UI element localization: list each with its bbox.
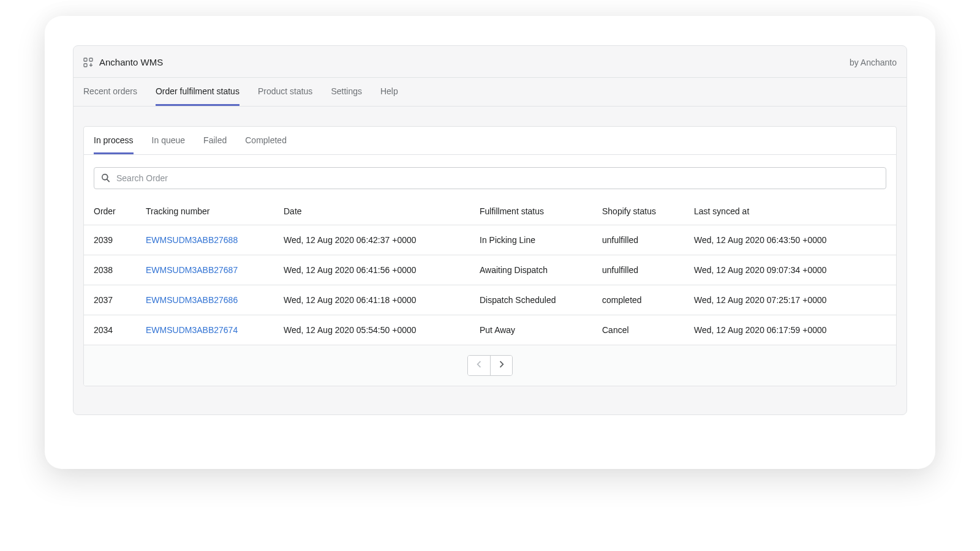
sub-tab-in-process[interactable]: In process [94,127,134,154]
cell-fulfillment: Dispatch Scheduled [480,295,602,305]
cell-synced: Wed, 12 Aug 2020 06:43:50 +0000 [694,235,886,245]
cell-tracking-link[interactable]: EWMSUDM3ABB27687 [146,265,284,275]
sub-tab-in-queue[interactable]: In queue [152,127,186,154]
app-title: Anchanto WMS [99,57,163,67]
prev-page-button[interactable] [468,356,490,375]
cell-fulfillment: Put Away [480,325,602,335]
search-icon [100,173,111,184]
app-frame: Anchanto WMS by Anchanto Recent orders O… [45,16,935,469]
sub-tab-failed[interactable]: Failed [203,127,227,154]
arrow-right-icon [496,359,507,372]
nav-tab-settings[interactable]: Settings [331,78,362,106]
app-icon [83,58,93,67]
cell-date: Wed, 12 Aug 2020 06:41:56 +0000 [284,265,480,275]
app-header: Anchanto WMS by Anchanto [74,46,907,78]
cell-shopify: Cancel [602,325,694,335]
cell-fulfillment: Awaiting Dispatch [480,265,602,275]
app-by: by Anchanto [850,58,897,67]
next-page-button[interactable] [490,356,512,375]
cell-shopify: unfulfilled [602,235,694,245]
nav-tab-order-fulfilment-status[interactable]: Order fulfilment status [156,78,239,106]
cell-synced: Wed, 12 Aug 2020 07:25:17 +0000 [694,295,886,305]
cell-shopify: completed [602,295,694,305]
cell-order: 2037 [94,295,146,305]
nav-tab-product-status[interactable]: Product status [258,78,313,106]
table-header: Order Tracking number Date Fulfillment s… [84,194,896,225]
table-row: 2037 EWMSUDM3ABB27686 Wed, 12 Aug 2020 0… [84,285,896,315]
table-row: 2038 EWMSUDM3ABB27687 Wed, 12 Aug 2020 0… [84,255,896,285]
cell-order: 2038 [94,265,146,275]
col-order: Order [94,206,146,216]
search-input[interactable] [116,173,880,183]
col-date: Date [284,206,480,216]
col-last-synced-at: Last synced at [694,206,886,216]
cell-synced: Wed, 12 Aug 2020 09:07:34 +0000 [694,265,886,275]
pagination [84,345,896,386]
sub-tab-completed[interactable]: Completed [245,127,287,154]
cell-order: 2034 [94,325,146,335]
table-row: 2034 EWMSUDM3ABB27674 Wed, 12 Aug 2020 0… [84,315,896,345]
cell-date: Wed, 12 Aug 2020 06:42:37 +0000 [284,235,480,245]
col-tracking-number: Tracking number [146,206,284,216]
content-card: In process In queue Failed Completed [83,126,897,386]
nav-tabs: Recent orders Order fulfilment status Pr… [74,78,907,107]
nav-tab-help[interactable]: Help [380,78,398,106]
arrow-left-icon [473,359,484,372]
main-panel: Anchanto WMS by Anchanto Recent orders O… [73,45,907,415]
col-fulfillment-status: Fulfillment status [480,206,602,216]
cell-tracking-link[interactable]: EWMSUDM3ABB27674 [146,325,284,335]
svg-rect-2 [84,64,87,67]
cell-synced: Wed, 12 Aug 2020 06:17:59 +0000 [694,325,886,335]
svg-rect-0 [84,58,87,61]
cell-tracking-link[interactable]: EWMSUDM3ABB27686 [146,295,284,305]
nav-tab-recent-orders[interactable]: Recent orders [83,78,137,106]
col-shopify-status: Shopify status [602,206,694,216]
cell-order: 2039 [94,235,146,245]
cell-tracking-link[interactable]: EWMSUDM3ABB27688 [146,235,284,245]
cell-date: Wed, 12 Aug 2020 05:54:50 +0000 [284,325,480,335]
table-row: 2039 EWMSUDM3ABB27688 Wed, 12 Aug 2020 0… [84,225,896,255]
cell-shopify: unfulfilled [602,265,694,275]
search-field[interactable] [94,167,886,189]
cell-fulfillment: In Picking Line [480,235,602,245]
svg-rect-1 [89,58,92,61]
orders-table: Order Tracking number Date Fulfillment s… [84,194,896,345]
cell-date: Wed, 12 Aug 2020 06:41:18 +0000 [284,295,480,305]
sub-tabs: In process In queue Failed Completed [84,127,896,155]
